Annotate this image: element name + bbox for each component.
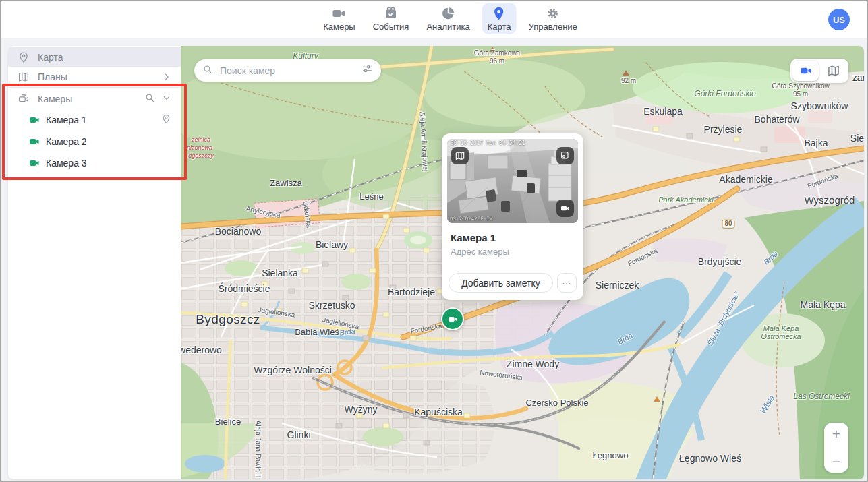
map-layer-button[interactable] <box>820 61 846 81</box>
events-calendar-icon <box>384 6 399 21</box>
sidebar-item-label: Планы <box>38 71 67 82</box>
filter-settings-icon[interactable] <box>361 63 373 78</box>
camera-list-item-1[interactable]: Камера 1 <box>8 109 181 131</box>
pie-chart-icon <box>441 6 456 21</box>
nav-item-analytics[interactable]: Аналитика <box>421 3 475 34</box>
application-window: Камеры События Аналитика Карта <box>0 0 868 482</box>
osd-camera-model: DS-2CD2420F-IW <box>450 216 492 222</box>
camera-video-thumbnail[interactable]: 30-10-2017 Mon 04:54:21 DS-2CD2420F-IW <box>447 139 578 223</box>
video-camera-icon <box>332 6 347 21</box>
video-camera-icon <box>447 313 459 325</box>
sidebar-section-label: Камеры <box>38 94 72 104</box>
camera-list-item-2[interactable]: Камера 2 <box>8 131 181 152</box>
zoom-in-button[interactable]: + <box>824 427 848 441</box>
open-in-new-window-button[interactable] <box>556 147 574 164</box>
nav-item-cameras[interactable]: Камеры <box>318 3 361 34</box>
show-on-plan-button[interactable] <box>451 147 469 164</box>
zoom-out-button[interactable]: − <box>824 454 848 469</box>
nav-label: События <box>373 22 409 32</box>
camera-popup-card: 30-10-2017 Mon 04:54:21 DS-2CD2420F-IW К… <box>442 133 583 300</box>
location-pin-icon <box>492 6 507 21</box>
nav-label: Аналитика <box>426 22 469 32</box>
camera-status-icon <box>29 115 40 125</box>
sidebar: Карта Планы Камеры <box>8 46 181 479</box>
map-zoom-control: + − <box>824 423 848 473</box>
camera-map-marker[interactable] <box>441 307 464 330</box>
gear-icon <box>546 6 560 21</box>
chevron-down-icon[interactable] <box>162 93 171 104</box>
camera-name: Камера 1 <box>46 115 87 125</box>
user-avatar[interactable]: US <box>828 9 850 30</box>
location-pin-outline-icon <box>18 51 30 63</box>
popup-camera-address: Адрес камеры <box>451 247 509 257</box>
popup-camera-title: Камера 1 <box>451 232 496 243</box>
camera-name: Камера 2 <box>46 136 87 147</box>
pin-on-map-icon[interactable] <box>161 114 171 126</box>
add-note-button[interactable]: Добавить заметку <box>449 273 553 293</box>
osd-timestamp: 30-10-2017 Mon 04:54:21 <box>451 140 525 146</box>
divider <box>8 87 181 88</box>
sidebar-item-map[interactable]: Карта <box>8 47 181 67</box>
more-options-button[interactable]: ··· <box>557 273 577 293</box>
chevron-right-icon <box>162 72 171 82</box>
camera-name: Камера 3 <box>46 158 87 169</box>
camera-search-bar <box>194 59 381 82</box>
sidebar-cameras-header[interactable]: Камеры <box>8 88 181 109</box>
cameras-group-icon <box>18 93 30 105</box>
divider <box>8 175 181 175</box>
map-canvas[interactable]: KulturyGóra Zamkowa96 m92 mGórki Fordońs… <box>181 46 864 479</box>
search-input[interactable] <box>219 65 356 77</box>
plans-map-icon <box>18 71 30 83</box>
nav-item-management[interactable]: Управление <box>523 3 583 34</box>
camera-status-icon <box>29 136 40 147</box>
main-nav: Камеры События Аналитика Карта <box>318 3 583 34</box>
nav-item-map[interactable]: Карта <box>482 3 517 34</box>
nav-item-events[interactable]: События <box>368 3 415 34</box>
cameras-layer-button[interactable] <box>792 61 819 81</box>
sidebar-item-label: Карта <box>38 52 63 63</box>
content-area: Карта Планы Камеры <box>8 46 864 479</box>
nav-label: Карта <box>488 22 511 32</box>
camera-list-item-3[interactable]: Камера 3 <box>8 152 181 174</box>
nav-label: Управление <box>529 22 577 32</box>
map-layer-toggle <box>790 59 848 83</box>
live-video-button[interactable] <box>556 200 574 217</box>
search-icon[interactable] <box>144 92 155 105</box>
top-navigation-bar: Камеры События Аналитика Карта <box>0 0 868 38</box>
search-icon <box>202 64 213 78</box>
nav-label: Камеры <box>323 22 355 32</box>
sidebar-item-plans[interactable]: Планы <box>8 67 181 86</box>
camera-status-icon <box>29 158 40 169</box>
